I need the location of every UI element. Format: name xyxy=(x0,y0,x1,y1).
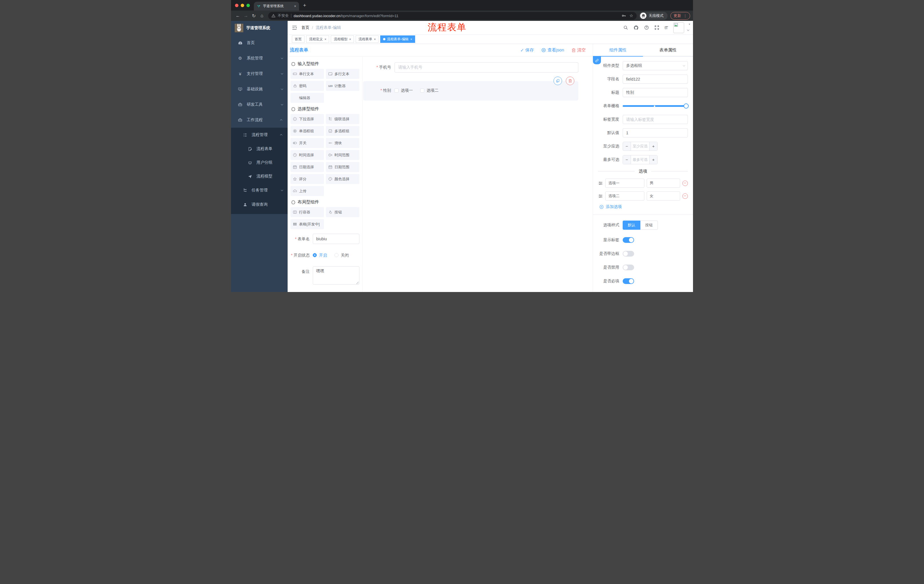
sidebar-item-devtools[interactable]: 研发工具 xyxy=(231,97,288,112)
checkbox-unchecked[interactable] xyxy=(420,89,424,92)
minimize-window-button[interactable] xyxy=(241,4,244,7)
sidebar-item-infra[interactable]: 基础设施 xyxy=(231,81,288,97)
sidebar-item-payment[interactable]: ¥ 支付管理 xyxy=(231,66,288,81)
component-password[interactable]: 密码 xyxy=(290,81,324,91)
radio-off[interactable] xyxy=(335,253,338,257)
close-icon[interactable]: × xyxy=(410,38,412,41)
close-icon[interactable]: × xyxy=(325,38,326,41)
component-time-picker[interactable]: 时间选择 xyxy=(290,150,324,160)
component-select[interactable]: 下拉选择 xyxy=(290,114,324,124)
minus-button[interactable]: − xyxy=(623,142,631,151)
tab-form-props[interactable]: 表单属性 xyxy=(643,44,693,57)
component-color-picker[interactable]: 颜色选择 xyxy=(326,174,360,184)
option-value-input[interactable] xyxy=(647,191,680,201)
key-icon[interactable] xyxy=(622,14,626,18)
title-input[interactable] xyxy=(623,88,688,97)
bookmark-star-icon[interactable]: ☆ xyxy=(630,13,633,18)
sidebar-item-process-model[interactable]: 流程模型 xyxy=(231,169,288,183)
reload-icon[interactable]: ↻ xyxy=(250,13,258,18)
sidebar-logo[interactable]: 芋道管理系统 xyxy=(231,21,288,35)
radio-on-label[interactable]: 开启 xyxy=(319,250,327,260)
remove-option-icon[interactable] xyxy=(682,181,688,186)
component-type-select[interactable]: 多选框组 xyxy=(623,61,688,70)
tag-process-form-edit[interactable]: 流程表单-编辑 × xyxy=(380,35,415,43)
sidebar-item-process-mgmt[interactable]: 流程管理 xyxy=(231,128,288,142)
component-multi-text[interactable]: 多行文本 xyxy=(326,69,360,79)
tag-process-model[interactable]: 流程模型 × xyxy=(331,35,354,43)
sidebar-item-leave-query[interactable]: 请假查询 xyxy=(231,197,288,212)
save-button[interactable]: ✓ 保存 xyxy=(520,48,534,53)
hamburger-icon[interactable] xyxy=(288,25,301,30)
font-size-icon[interactable]: tT xyxy=(665,25,668,30)
style-default-button[interactable]: 默认 xyxy=(623,220,640,230)
tab-component-props[interactable]: 组件属性 xyxy=(593,44,643,57)
browser-update-button[interactable]: 更新 ⋮ xyxy=(670,12,690,20)
remove-option-icon[interactable] xyxy=(682,193,688,199)
browser-tab[interactable]: 芋道管理系统 × xyxy=(254,2,299,11)
tab-close-icon[interactable]: × xyxy=(294,4,296,8)
component-button[interactable]: 按钮 xyxy=(326,207,360,217)
delete-item-button[interactable] xyxy=(566,77,574,85)
sidebar-item-home[interactable]: 首页 xyxy=(231,35,288,51)
tag-home[interactable]: 首页 xyxy=(292,35,304,43)
border-toggle[interactable] xyxy=(623,251,634,257)
gender-option-1[interactable]: 选项一 xyxy=(394,88,413,93)
component-date-picker[interactable]: 日期选择 xyxy=(290,162,324,172)
resize-handle[interactable] xyxy=(356,281,358,284)
home-icon[interactable]: ⌂ xyxy=(258,13,266,18)
component-cascader[interactable]: 级联选择 xyxy=(326,114,360,124)
search-icon[interactable] xyxy=(623,25,628,30)
phone-input[interactable]: 请输入手机号 xyxy=(394,62,578,72)
form-name-input[interactable] xyxy=(313,234,360,244)
component-row-container[interactable]: 行容器 xyxy=(290,207,324,217)
show-label-toggle[interactable] xyxy=(623,237,634,243)
zoom-window-button[interactable] xyxy=(246,4,250,7)
radio-off-label[interactable]: 关闭 xyxy=(341,250,349,260)
default-value-input[interactable] xyxy=(623,128,688,137)
url-text[interactable]: dashboard.yudao.iocoder.cn/bpm/manager/f… xyxy=(294,14,399,18)
minus-button[interactable]: − xyxy=(623,155,631,164)
component-checkbox-group[interactable]: 多选框组 xyxy=(326,126,360,136)
address-bar[interactable]: 不安全 dashboard.yudao.iocoder.cn/bpm/manag… xyxy=(268,12,637,20)
avatar-caret-icon[interactable] xyxy=(687,28,689,31)
help-icon[interactable] xyxy=(644,25,649,30)
component-date-range[interactable]: 日期范围 xyxy=(326,162,360,172)
required-toggle[interactable] xyxy=(623,278,634,284)
component-table[interactable]: 表格[开发中] xyxy=(290,219,324,229)
stepper-placeholder[interactable]: 最多可选 xyxy=(631,155,649,164)
option-value-input[interactable] xyxy=(647,179,680,188)
add-option-button[interactable]: 添加选项 xyxy=(599,204,688,209)
disabled-toggle[interactable] xyxy=(623,265,634,270)
view-json-button[interactable]: 查看json xyxy=(541,48,564,53)
stepper-placeholder[interactable]: 至少应选 xyxy=(631,142,649,151)
form-grid-slider[interactable] xyxy=(623,102,688,110)
gender-option-2[interactable]: 选项二 xyxy=(420,88,439,93)
security-label[interactable]: 不安全 xyxy=(277,13,289,18)
browser-menu-dots-icon[interactable]: ⋮ xyxy=(683,14,687,18)
drag-handle-icon[interactable] xyxy=(598,194,603,199)
component-editor[interactable]: 编辑器 xyxy=(290,93,324,103)
clear-button[interactable]: 清空 xyxy=(571,48,586,53)
tag-process-form[interactable]: 流程表单 × xyxy=(356,35,378,43)
browser-caret-icon[interactable]: ▾ xyxy=(689,23,690,26)
option-name-input[interactable] xyxy=(605,191,644,201)
component-counter[interactable]: 123 计数器 xyxy=(326,81,360,91)
label-width-input[interactable] xyxy=(623,115,688,124)
remark-textarea[interactable]: 嘿嘿 xyxy=(313,266,360,285)
slider-handle[interactable] xyxy=(683,104,689,109)
checkbox-unchecked[interactable] xyxy=(394,89,399,92)
breadcrumb-home[interactable]: 首页 xyxy=(301,25,309,30)
canvas-item-gender-selected[interactable]: 性别 选项一 选项二 xyxy=(363,81,578,100)
plus-button[interactable]: + xyxy=(649,155,657,164)
component-radio-group[interactable]: 单选框组 xyxy=(290,126,324,136)
forward-icon[interactable]: → xyxy=(242,13,250,18)
close-icon[interactable]: × xyxy=(374,38,376,41)
github-icon[interactable] xyxy=(634,25,639,30)
option-name-input[interactable] xyxy=(605,179,644,188)
drag-handle-icon[interactable] xyxy=(598,181,603,186)
component-rate[interactable]: 评分 xyxy=(290,174,324,184)
canvas-item-phone[interactable]: 手机号 请输入手机号 xyxy=(363,62,578,72)
sidebar-item-system[interactable]: ⚙ 系统管理 xyxy=(231,51,288,66)
component-upload[interactable]: 上传 xyxy=(290,186,324,196)
close-icon[interactable]: × xyxy=(349,38,351,41)
